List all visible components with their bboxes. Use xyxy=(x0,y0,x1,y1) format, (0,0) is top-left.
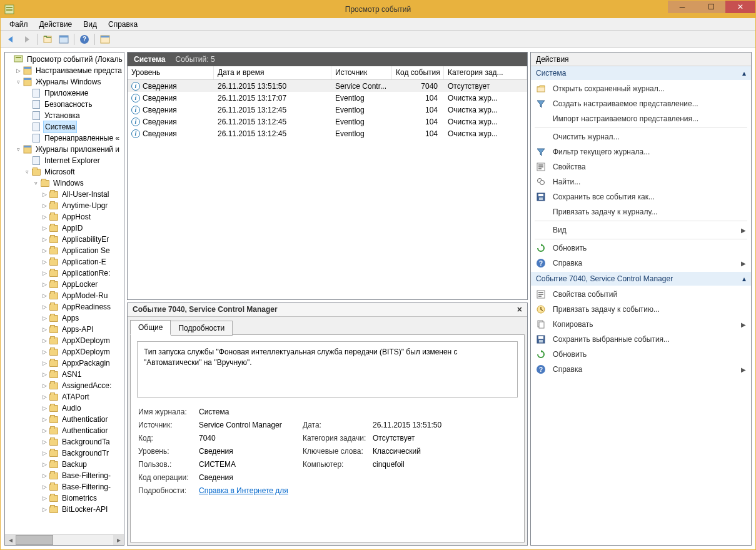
table-row[interactable]: iСведения26.11.2015 13:17:07Eventlog104О… xyxy=(128,92,527,104)
expand-icon[interactable]: ▷ xyxy=(41,492,48,504)
expand-icon[interactable]: ▷ xyxy=(41,358,48,369)
tree-node[interactable]: ▷AppXDeploym xyxy=(5,335,124,346)
menu-help[interactable]: Справка xyxy=(103,19,143,30)
tree-node[interactable]: Перенаправленные « xyxy=(5,132,124,144)
expand-icon[interactable]: ▷ xyxy=(41,279,48,290)
expand-icon[interactable]: ▷ xyxy=(15,65,22,76)
action-item[interactable]: Очистить журнал... xyxy=(531,129,751,144)
menu-view[interactable]: Вид xyxy=(78,19,102,30)
action-item[interactable]: Обновить xyxy=(531,347,751,362)
expand-icon[interactable]: ▷ xyxy=(41,436,48,448)
col-header-level[interactable]: Уровень xyxy=(128,66,214,79)
action-item[interactable]: Копировать▶ xyxy=(531,317,751,332)
tree-node[interactable]: ▷Application-E xyxy=(5,256,124,268)
action-item[interactable]: ?Справка▶ xyxy=(531,256,751,271)
action-item[interactable]: Импорт настраиваемого представления... xyxy=(531,111,751,126)
tree-node[interactable]: ▷AppxPackagin xyxy=(5,358,124,369)
actions-section-system[interactable]: Система ▴ xyxy=(531,66,751,80)
action-item[interactable]: Свойства xyxy=(531,159,751,174)
table-row[interactable]: iСведения26.11.2015 13:12:45Eventlog104О… xyxy=(128,128,527,139)
col-header-source[interactable]: Источник xyxy=(331,66,392,79)
minimize-button[interactable]: ─ xyxy=(668,1,697,13)
tree-node[interactable]: Просмотр событий (Локаль xyxy=(5,54,124,65)
tree-node[interactable]: ▷AppHost xyxy=(5,211,124,222)
nav-back-button[interactable] xyxy=(3,32,18,47)
tree-node[interactable]: ▷Audio xyxy=(5,402,124,414)
expand-icon[interactable]: ▿ xyxy=(15,76,22,88)
online-help-link[interactable]: Справка в Интернете для xyxy=(199,486,288,495)
tree-node[interactable]: ▿Журналы Windows xyxy=(5,76,124,88)
table-row[interactable]: iСведения26.11.2015 13:12:45Eventlog104О… xyxy=(128,104,527,116)
expand-icon[interactable]: ▷ xyxy=(41,402,48,414)
expand-icon[interactable]: ▷ xyxy=(41,324,48,335)
expand-icon[interactable]: ▷ xyxy=(41,346,48,358)
action-item[interactable]: Привязать задачу к журналу... xyxy=(531,204,751,219)
tree-node[interactable]: Internet Explorer xyxy=(5,155,124,166)
action-item[interactable]: Открыть сохраненный журнал... xyxy=(531,81,751,96)
maximize-button[interactable]: ☐ xyxy=(697,1,725,13)
tree-node[interactable]: ▷Apps xyxy=(5,312,124,324)
action-item[interactable]: Найти... xyxy=(531,174,751,189)
action-item[interactable]: Обновить xyxy=(531,241,751,256)
expand-icon[interactable]: ▷ xyxy=(41,290,48,301)
nav-forward-button[interactable] xyxy=(19,32,34,47)
expand-icon[interactable]: ▷ xyxy=(41,481,48,492)
tree-node[interactable]: ▷AssignedAcce: xyxy=(5,380,124,391)
tree-node[interactable]: ▷ApplicationRe: xyxy=(5,268,124,279)
tree-node[interactable]: ▷AppReadiness xyxy=(5,301,124,312)
col-header-category[interactable]: Категория зад... xyxy=(444,66,527,79)
expand-icon[interactable]: ▷ xyxy=(41,414,48,425)
expand-icon[interactable]: ▷ xyxy=(41,391,48,402)
expand-icon[interactable]: ▿ xyxy=(24,166,31,178)
tree-node[interactable]: ▷Base-Filtering- xyxy=(5,481,124,492)
tree-node[interactable]: ▿Журналы приложений и xyxy=(5,144,124,155)
tree-node[interactable]: ▷Anytime-Upgr xyxy=(5,200,124,211)
tree-node[interactable]: Система xyxy=(5,121,124,132)
tree-node[interactable]: ▷ATAPort xyxy=(5,391,124,402)
tree-node[interactable]: ▷AppLocker xyxy=(5,279,124,290)
expand-icon[interactable]: ▿ xyxy=(15,144,22,155)
event-list-body[interactable]: iСведения26.11.2015 13:51:50Service Cont… xyxy=(128,80,527,299)
tree-node[interactable]: ▷Backup xyxy=(5,459,124,470)
expand-icon[interactable]: ▷ xyxy=(41,459,48,470)
tree-node[interactable]: ▷AppID xyxy=(5,222,124,234)
tree-node[interactable]: ▷BackgroundTr xyxy=(5,448,124,459)
tab-details[interactable]: Подробности xyxy=(171,321,233,336)
action-item[interactable]: Создать настраиваемое представление... xyxy=(531,96,751,111)
tree-node[interactable]: ▷Base-Filtering- xyxy=(5,470,124,481)
expand-icon[interactable]: ▷ xyxy=(41,222,48,234)
expand-icon[interactable]: ▷ xyxy=(41,200,48,211)
tree-node[interactable]: ▷Настраиваемые предста xyxy=(5,65,124,76)
show-tree-button[interactable] xyxy=(40,32,55,47)
expand-icon[interactable]: ▷ xyxy=(41,380,48,391)
expand-icon[interactable]: ▷ xyxy=(41,234,48,245)
tree-node[interactable]: ▿Windows xyxy=(5,178,124,189)
table-row[interactable]: iСведения26.11.2015 13:12:45Eventlog104О… xyxy=(128,116,527,128)
action-item[interactable]: ?Справка▶ xyxy=(531,362,751,377)
expand-icon[interactable]: ▷ xyxy=(41,211,48,222)
tree-node[interactable]: ▷ApplicabilityEr xyxy=(5,234,124,245)
tree-node[interactable]: ▷BackgroundTa xyxy=(5,436,124,448)
horizontal-scrollbar[interactable]: ◂ ▸ xyxy=(5,534,124,545)
tree-node[interactable]: ▷All-User-Instal xyxy=(5,189,124,200)
table-row[interactable]: iСведения26.11.2015 13:51:50Service Cont… xyxy=(128,80,527,92)
col-header-code[interactable]: Код события xyxy=(392,66,444,79)
menu-action[interactable]: Действие xyxy=(34,19,78,30)
action-item[interactable]: Сохранить выбранные события... xyxy=(531,332,751,347)
expand-icon[interactable]: ▷ xyxy=(41,301,48,312)
expand-icon[interactable]: ▷ xyxy=(41,470,48,481)
actions-section-event[interactable]: Событие 7040, Service Control Manager ▴ xyxy=(531,272,751,286)
expand-icon[interactable]: ▷ xyxy=(41,369,48,380)
tree-node[interactable]: ▿Microsoft xyxy=(5,166,124,178)
properties-button[interactable] xyxy=(56,32,71,47)
tree-node[interactable]: ▷ASN1 xyxy=(5,369,124,380)
action-item[interactable]: Привязать задачу к событию... xyxy=(531,302,751,317)
tab-general[interactable]: Общие xyxy=(130,320,171,335)
tree-node[interactable]: ▷Authenticatior xyxy=(5,425,124,436)
tree-node[interactable]: Установка xyxy=(5,110,124,121)
expand-icon[interactable]: ▷ xyxy=(41,268,48,279)
scroll-right-button[interactable]: ▸ xyxy=(113,535,124,545)
menu-file[interactable]: Файл xyxy=(4,19,33,30)
action-item[interactable]: Сохранить все события как... xyxy=(531,189,751,204)
tree-node[interactable]: ▷Biometrics xyxy=(5,492,124,504)
